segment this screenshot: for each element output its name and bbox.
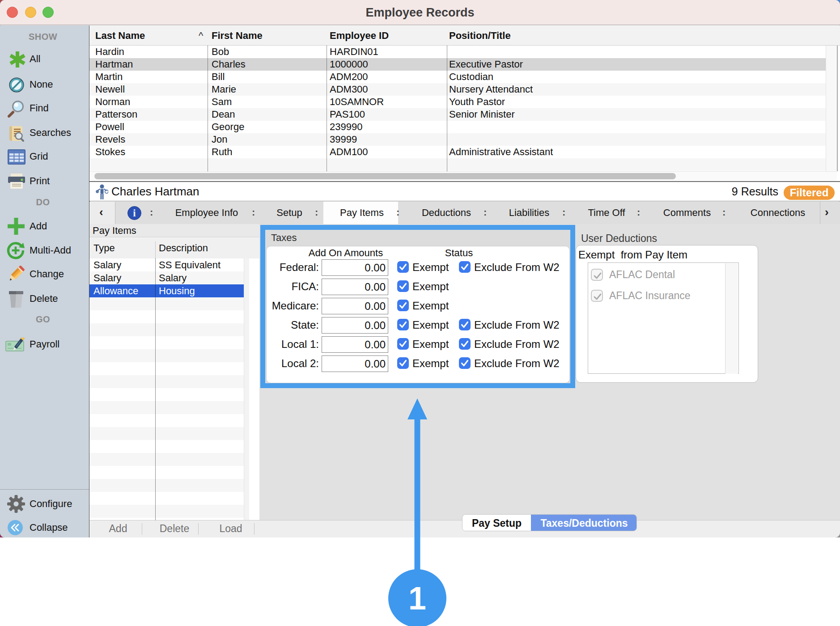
svg-text:1: 1	[408, 580, 426, 616]
